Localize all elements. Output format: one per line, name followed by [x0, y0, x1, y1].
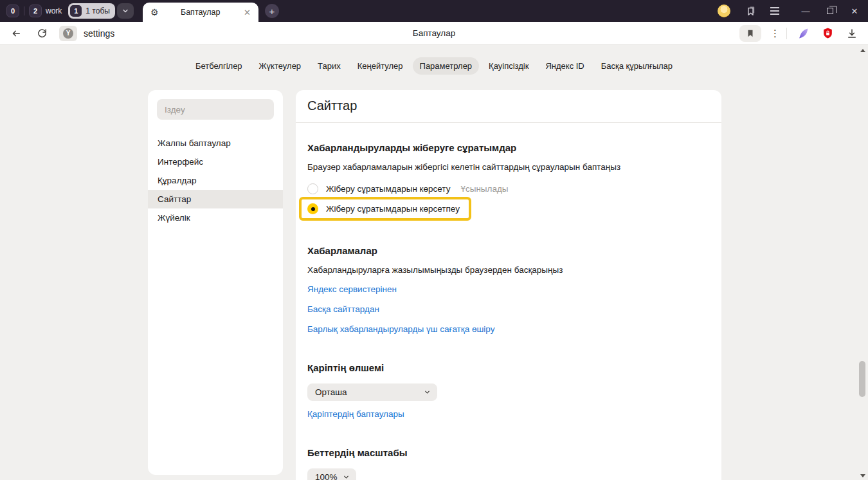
sidebar-list: Жалпы баптаулар Интерфейс Құралдар Сайтт…	[148, 134, 283, 227]
settings-page: Бетбелгілер Жүктеулер Тарих Кеңейтулер П…	[0, 46, 868, 480]
scrollbar-up-icon[interactable]	[860, 49, 865, 52]
sidebar-item-system[interactable]: Жүйелік	[148, 208, 283, 227]
page-title: Сайттар	[307, 90, 710, 122]
link-mute-all-three-hours[interactable]: Барлық хабарландыруларды үш сағатқа өшір…	[307, 324, 494, 334]
download-icon[interactable]	[842, 24, 862, 42]
page-zoom-value: 100%	[315, 472, 338, 480]
browser-tab-title: Баптаулар	[158, 8, 242, 17]
scrollbar-down-icon[interactable]	[860, 474, 865, 477]
radio-selected-icon[interactable]	[307, 203, 318, 214]
section-push-requests: Хабарландыруларды жіберуге сұратымдар Бр…	[307, 142, 710, 221]
more-options-icon[interactable]: ⋮	[770, 28, 780, 39]
nav-tab-extensions[interactable]: Кеңейтулер	[350, 57, 410, 75]
push-requests-description: Браузер хабарламаларын жібергісі келетін…	[307, 162, 710, 172]
scrollbar-thumb[interactable]	[859, 361, 865, 397]
notifications-heading: Хабарламалар	[307, 245, 710, 256]
page-zoom-dropdown[interactable]: 100%	[307, 468, 356, 480]
yandex-favicon-icon: Y	[63, 28, 73, 39]
tab-group-active-badge: 1	[70, 5, 82, 17]
settings-sidebar: Жалпы баптаулар Интерфейс Құралдар Сайтт…	[148, 90, 283, 475]
tab-group-work-label[interactable]: work	[46, 6, 62, 15]
notifications-description: Хабарландыруларға жазылымыңызды браузерд…	[307, 265, 710, 275]
side-panel-bookmarks-icon[interactable]	[742, 3, 759, 19]
protect-shield-icon[interactable]	[818, 24, 837, 42]
font-size-heading: Қаріптің өлшемі	[307, 362, 710, 373]
radio-unselected-icon[interactable]	[307, 183, 318, 194]
link-other-sites[interactable]: Басқа сайттардан	[307, 304, 379, 314]
radio-hide-label[interactable]: Жіберу сұратымдарын көрсетпеу	[326, 204, 460, 214]
menu-icon[interactable]	[766, 3, 783, 19]
section-font-size: Қаріптің өлшемі Орташа Қаріптердің бапта…	[307, 362, 710, 419]
address-bar-url[interactable]: settings	[84, 28, 114, 39]
font-size-dropdown[interactable]: Орташа	[307, 383, 437, 401]
settings-content: Сайттар Хабарландыруларды жіберуге сұрат…	[296, 90, 721, 480]
settings-nav: Бетбелгілер Жүктеулер Тарих Кеңейтулер П…	[0, 46, 868, 75]
toolbar-divider	[786, 28, 787, 39]
section-notifications: Хабарламалар Хабарландыруларға жазылымың…	[307, 245, 710, 334]
link-yandex-services[interactable]: Яндекс сервистерінен	[307, 284, 397, 294]
restore-icon	[827, 8, 833, 14]
gear-icon: ⚙	[150, 7, 159, 17]
window-close-button[interactable]: ✕	[845, 3, 864, 19]
annotation-highlight-box: Жіберу сұратымдарын көрсетпеу	[299, 197, 471, 221]
nav-tab-bookmarks[interactable]: Бетбелгілер	[188, 57, 249, 75]
tab-group-active-label: 1 тобы	[86, 6, 110, 15]
radio-option-hide-requests[interactable]: Жіберу сұратымдарын көрсетпеу	[307, 203, 460, 214]
nav-tab-settings[interactable]: Параметрлер	[413, 57, 480, 75]
divider	[296, 122, 721, 123]
recommended-badge: Ұсынылады	[460, 184, 508, 194]
window-minimize-button[interactable]: —	[796, 3, 815, 19]
tab-close-icon[interactable]: ✕	[242, 8, 252, 17]
search-input[interactable]	[157, 99, 274, 120]
tab-group-chevron-button[interactable]	[117, 3, 134, 19]
titlebar: 0 2 work 1 1 тобы ⚙ Баптаулар ✕ + — ✕	[0, 0, 868, 22]
bookmark-icon	[746, 29, 755, 38]
sidebar-item-interface[interactable]: Интерфейс	[148, 152, 283, 171]
nav-tab-yandex-id[interactable]: Яндекс ID	[538, 57, 591, 75]
nav-tab-history[interactable]: Тарих	[311, 57, 348, 75]
radio-show-label[interactable]: Жіберу сұратымдарын көрсету	[326, 184, 450, 194]
push-requests-heading: Хабарландыруларды жіберуге сұратымдар	[307, 142, 710, 153]
nav-tab-other-devices[interactable]: Басқа құрылғылар	[594, 57, 680, 75]
titlebar-separator	[24, 6, 24, 15]
back-icon[interactable]	[6, 24, 26, 42]
radio-option-show-requests[interactable]: Жіберу сұратымдарын көрсету Ұсынылады	[307, 183, 710, 194]
section-page-zoom: Беттердің масштабы 100% Сайттың баптаула…	[307, 447, 710, 480]
chevron-down-icon	[424, 389, 431, 396]
tab-group-work-badge[interactable]: 2	[29, 5, 42, 17]
chevron-down-icon	[343, 474, 350, 480]
page-zoom-heading: Беттердің масштабы	[307, 447, 710, 458]
browser-tab-settings[interactable]: ⚙ Баптаулар ✕	[143, 3, 258, 22]
page-scrollbar[interactable]	[857, 46, 868, 480]
sidebar-item-sites[interactable]: Сайттар	[148, 190, 283, 208]
site-favicon-chip[interactable]: Y	[59, 26, 77, 41]
chevron-down-icon	[122, 7, 129, 15]
browser-toolbar: Баптаулар Y settings ⋮	[0, 22, 868, 45]
tab-group-active[interactable]: 1 1 тобы	[68, 3, 115, 19]
sidebar-item-general[interactable]: Жалпы баптаулар	[148, 134, 283, 152]
nav-tab-downloads[interactable]: Жүктеулер	[252, 57, 309, 75]
nav-tab-security[interactable]: Қауіпсіздік	[482, 57, 536, 75]
toolbar-page-title: Баптаулар	[0, 28, 868, 38]
sidebar-item-tools[interactable]: Құралдар	[148, 171, 283, 190]
tab-counter-badge[interactable]: 0	[6, 5, 19, 17]
alice-feather-icon[interactable]	[793, 24, 813, 42]
bookmark-button[interactable]	[739, 25, 761, 42]
reload-icon[interactable]	[32, 24, 51, 42]
font-size-value: Орташа	[315, 387, 347, 397]
window-restore-button[interactable]	[820, 3, 840, 19]
new-tab-button[interactable]: +	[265, 4, 279, 18]
link-font-settings[interactable]: Қаріптердің баптаулары	[307, 409, 404, 419]
avatar[interactable]	[718, 5, 730, 17]
